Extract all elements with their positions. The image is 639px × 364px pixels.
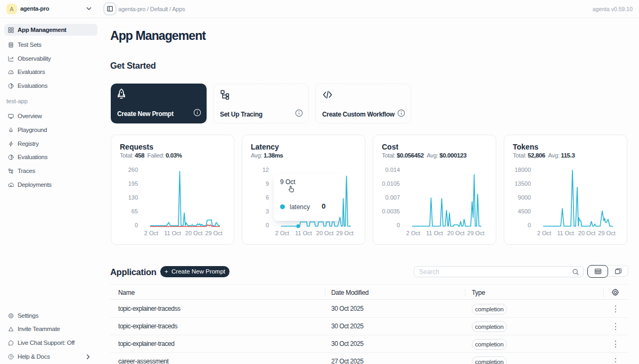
svg-text:29 Oct: 29 Oct	[598, 230, 615, 236]
svg-text:0: 0	[397, 222, 400, 228]
svg-text:11 Oct: 11 Oct	[557, 230, 574, 236]
svg-text:130: 130	[128, 194, 138, 201]
svg-text:2 Oct: 2 Oct	[406, 230, 420, 236]
svg-text:20 Oct: 20 Oct	[185, 230, 202, 236]
svg-text:65: 65	[132, 208, 138, 214]
svg-text:29 Oct: 29 Oct	[467, 230, 484, 236]
svg-text:18000: 18000	[514, 167, 531, 173]
svg-text:2 Oct: 2 Oct	[144, 230, 158, 236]
svg-text:0: 0	[135, 222, 138, 228]
svg-text:260: 260	[128, 167, 138, 173]
svg-text:20 Oct: 20 Oct	[578, 230, 595, 236]
svg-text:3: 3	[266, 208, 269, 214]
svg-text:195: 195	[128, 180, 138, 187]
svg-text:20 Oct: 20 Oct	[447, 230, 464, 236]
svg-text:6: 6	[266, 194, 269, 201]
svg-text:0.0105: 0.0105	[382, 180, 400, 187]
svg-text:4500: 4500	[518, 208, 531, 214]
svg-text:29 Oct: 29 Oct	[205, 230, 222, 236]
svg-text:13500: 13500	[514, 180, 531, 187]
svg-text:0.0035: 0.0035	[382, 208, 400, 214]
svg-text:2 Oct: 2 Oct	[537, 230, 551, 236]
svg-text:0: 0	[528, 222, 531, 228]
svg-text:0: 0	[266, 222, 269, 228]
svg-text:20 Oct: 20 Oct	[316, 230, 333, 236]
svg-text:29 Oct: 29 Oct	[336, 230, 353, 236]
svg-text:11 Oct: 11 Oct	[426, 230, 443, 236]
svg-text:0.007: 0.007	[385, 194, 400, 201]
svg-text:11 Oct: 11 Oct	[295, 230, 312, 236]
svg-text:9: 9	[266, 180, 269, 187]
svg-text:12: 12	[263, 167, 269, 173]
svg-text:0.014: 0.014	[385, 167, 400, 173]
svg-text:11 Oct: 11 Oct	[164, 230, 181, 236]
svg-text:9000: 9000	[518, 194, 531, 201]
svg-text:2 Oct: 2 Oct	[275, 230, 289, 236]
